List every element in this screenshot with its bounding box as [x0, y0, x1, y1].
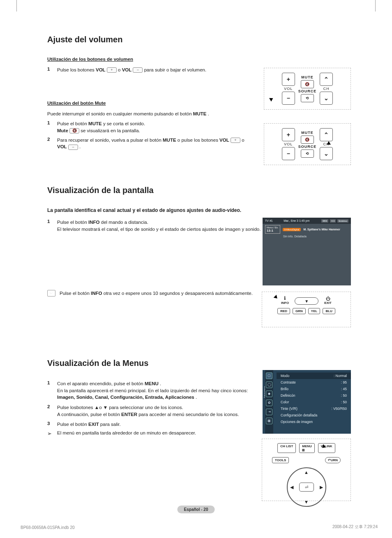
row: TOOLS ↶URN	[262, 457, 350, 463]
osd-row: Mono / Es. 13-1 0-MicroDigital M. Spilla…	[263, 224, 351, 235]
step-text: Pulse el botón EXIT para salir.	[57, 421, 261, 428]
intro-bold: La pantalla identifica el canal actual y…	[47, 207, 349, 213]
mute-label: MUTE	[193, 111, 207, 116]
page-language-badge: Español - 20	[178, 506, 215, 513]
illustration-menu-osd: Imagen ▢ ◯ ◆ ✿ ⇥ ▦ Modo : Normal Contras…	[263, 370, 351, 434]
row: CH LIST MENU ▥ W.LINK	[262, 443, 350, 453]
mute-osd-icon: 🔇	[69, 128, 79, 133]
icon-names: Imagen, Sonido, Canal, Configuración, En…	[57, 395, 194, 400]
vol-label: VOL	[284, 142, 293, 146]
vol-plus-icon: +	[107, 67, 117, 73]
menu-button: MENU ▥	[299, 443, 315, 453]
menu-icon-canal: ◆	[266, 391, 272, 397]
menu-row: Opciones de imagen	[281, 418, 347, 425]
mute-label: MUTE	[163, 138, 176, 143]
menu-row: Definicón : 50	[281, 392, 347, 399]
mute-label: MUTE	[301, 131, 314, 135]
text: o pulse los botones	[178, 138, 219, 143]
menu-val: : 95	[341, 380, 347, 384]
ch-label: CH	[323, 87, 330, 91]
menu-button-icon: ▥	[302, 448, 305, 451]
menu-list: Modo : Normal Contraste : 95 Brillo : 45…	[277, 370, 351, 428]
dpad-down-icon: ▼	[304, 499, 309, 504]
return-icon: ↶	[328, 458, 331, 462]
dpad-enter-button: ⏎	[299, 483, 314, 492]
text: .	[79, 144, 81, 149]
step-number: 2	[47, 404, 57, 418]
text: Pulse losbotones ▲o ▼ para seleccionar u…	[57, 405, 183, 410]
ch-column: ⌃ CH ⌄	[320, 73, 333, 105]
info-group: ℹ INFO	[281, 295, 289, 305]
illustration-remote-volume: + VOL − MUTE 🔇 SOURCE ⟲ ⌃ CH ⌄	[264, 68, 351, 110]
subhead-vol-buttons: Utilización de los botones de volumen	[47, 57, 349, 62]
exit-label: EXIT	[324, 301, 332, 305]
menu-key: Configuración detallada	[281, 413, 317, 417]
exit-icon: ⏻	[324, 296, 332, 301]
vol-label: VOL	[219, 138, 229, 143]
menu-icon-imagen: ▢	[266, 372, 272, 379]
step-number: 1	[47, 67, 57, 74]
note-row: ➢ El menú en pantalla tarda alrededor de…	[47, 430, 261, 437]
text: otra vez o espere unos 10 segundos y des…	[104, 291, 253, 296]
menu-label: MENU	[145, 381, 159, 386]
mute-button: 🔇	[301, 80, 314, 88]
menu-key: Definicón	[281, 393, 295, 398]
text: Pulse el botón	[57, 121, 88, 126]
tip-icon: ☞	[47, 290, 55, 297]
ch-up-button: ⌃	[320, 73, 333, 86]
mute-button: 🔇	[301, 136, 314, 144]
menu-icon-config: ✿	[266, 400, 272, 406]
step-row: 1 Con el aparato encendido, pulse el bot…	[47, 380, 261, 401]
text: o	[118, 67, 122, 72]
vol-plus-icon: +	[231, 138, 240, 143]
text: para acceder al menú secundario de los i…	[138, 412, 239, 417]
info-label: INFO	[91, 291, 102, 296]
step-text: Para recuperar el sonido, vuelva a pulsa…	[57, 137, 261, 150]
ch-down-button: ⌄	[320, 147, 333, 160]
menu-val: : 50	[341, 393, 347, 398]
exit-label: EXIT	[88, 422, 99, 427]
step-row: 2 Para recuperar el sonido, vuelva a pul…	[47, 137, 261, 150]
step-text: Pulse el botón INFO del mando a distanci…	[57, 219, 261, 232]
nav-down-button: ▼	[295, 297, 318, 305]
text: Para recuperar el sonido, vuelva a pulsa…	[57, 138, 163, 143]
illustration-remote-info: ℹ INFO ▼ ⏻ EXIT RED GRN YEL BLU	[262, 292, 351, 327]
text: y se corta el sonido.	[103, 121, 145, 126]
color-button-row: RED GRN YEL BLU	[262, 308, 350, 314]
text: Con el aparato encendido, pulse el botón	[57, 381, 145, 386]
text: Pulse el botón	[57, 220, 88, 225]
mute-word: Mute	[57, 128, 68, 133]
vol-plus-button: +	[282, 73, 295, 86]
intro-text: Puede interrumpir el sonido en cualquier…	[47, 110, 261, 117]
mid-column: MUTE 🔇 SOURCE ⟲	[298, 131, 317, 158]
menu-row: Contraste : 95	[281, 379, 347, 386]
step-row: 1 Pulse el botón MUTE y se corta el soni…	[47, 120, 261, 134]
vol-minus-icon: −	[133, 67, 143, 73]
info-label: INFO	[281, 301, 289, 305]
step-number: 2	[47, 137, 57, 150]
step-number: 1	[47, 219, 57, 232]
menu-side-icons: ▢ ◯ ◆ ✿ ⇥ ▦	[265, 370, 273, 434]
text: Pulse los botones	[57, 67, 96, 72]
step-text: Pulse el botón MUTE y se corta el sonido…	[57, 120, 261, 134]
vol-label: VOL	[96, 67, 106, 72]
page: Ajuste del volumen Utilización de los bo…	[0, 0, 392, 538]
yellow-button: YEL	[308, 308, 321, 314]
source-button: ⟲	[301, 149, 314, 158]
vol-minus-icon: −	[68, 145, 78, 150]
crop-mark	[375, 0, 376, 11]
text: Pulse el botón	[57, 422, 88, 427]
text: Pulse el botón	[60, 291, 91, 296]
source-label: SOURCE	[298, 145, 317, 149]
return-label: URN	[331, 458, 338, 462]
tip-row: ☞ Pulse el botón INFO otra vez o espere …	[47, 290, 261, 297]
return-button: ↶URN	[325, 457, 341, 463]
text: .	[160, 381, 161, 386]
osd-top-bar: TV #1 Mar., Ene 3 1:45 pm 480i 4:3 Estér…	[263, 218, 351, 224]
info-label: INFO	[88, 220, 99, 225]
menu-val: : 45	[341, 387, 347, 391]
red-button: RED	[277, 308, 290, 314]
menu-key: Color	[281, 400, 289, 404]
chlist-button: CH LIST	[277, 443, 296, 453]
ch-down-button: ⌄	[320, 92, 333, 105]
